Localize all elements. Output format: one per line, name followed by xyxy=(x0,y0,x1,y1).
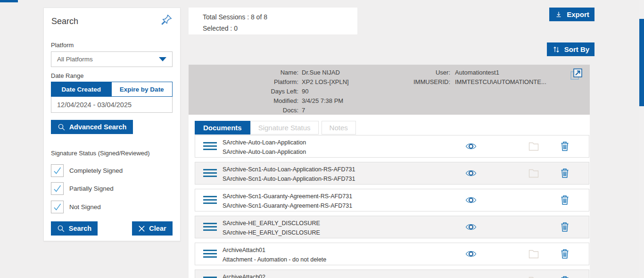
folder-icon[interactable] xyxy=(528,275,540,278)
platform-select[interactable]: All Platforms xyxy=(51,51,173,67)
tab-documents[interactable]: Documents xyxy=(195,121,250,135)
folder-icon[interactable] xyxy=(528,140,540,152)
view-document-icon[interactable] xyxy=(465,221,477,233)
checkmark-icon xyxy=(52,184,62,194)
document-title: SArchive-Auto-Loan-Application xyxy=(223,138,306,147)
drag-handle-icon[interactable] xyxy=(203,169,217,179)
session-immuserid: IMMTESTCU\AUTOMATIONTE... xyxy=(450,77,546,87)
document-row[interactable]: ArchiveAttach02 xyxy=(195,270,589,278)
document-title: ArchiveAttach01 xyxy=(223,245,326,255)
document-row[interactable]: SArchive-HE_EARLY_DISCLOSURE SArchive-HE… xyxy=(195,216,589,238)
document-subtitle: SArchive-Scn1-Guaranty-Agreement-RS-AFD7… xyxy=(223,201,352,211)
total-sessions-text: Total Sessions : 8 of 8 xyxy=(203,11,357,23)
document-title: SArchive-Scn1-Auto-Loan-Application-RS-A… xyxy=(223,165,355,174)
date-range-value: 12/04/2024 - 03/04/2025 xyxy=(57,101,132,109)
download-icon xyxy=(554,10,563,19)
field-label: Docs: xyxy=(189,106,298,115)
document-subtitle: SArchive-Auto-Loan-Application xyxy=(223,147,306,157)
partially-signed-checkbox[interactable] xyxy=(51,182,64,195)
tab-signature-status[interactable]: Signature Status xyxy=(250,121,319,135)
folder-icon[interactable] xyxy=(528,167,540,179)
view-document-icon[interactable] xyxy=(465,167,477,179)
search-button[interactable]: Search xyxy=(51,221,98,236)
session-card[interactable]: Name:Dr.Sue NIJAD Platform:XP2 LOS-[XPLN… xyxy=(189,65,590,115)
checkbox-label: Partially Signed xyxy=(69,185,114,192)
field-label: Modified: xyxy=(189,96,298,106)
platform-select-value: All Platforms xyxy=(57,56,93,63)
session-docs-count: 7 xyxy=(298,106,305,115)
open-session-icon[interactable] xyxy=(570,67,584,82)
not-signed-checkbox[interactable] xyxy=(51,201,64,213)
scrollbar-thumb[interactable] xyxy=(639,19,644,106)
drag-handle-icon[interactable] xyxy=(203,196,217,206)
session-fields-left: Name:Dr.Sue NIJAD Platform:XP2 LOS-[XPLN… xyxy=(189,68,349,115)
field-label: Name: xyxy=(189,68,298,77)
delete-document-icon[interactable] xyxy=(559,167,571,179)
corner-accent-bar xyxy=(0,0,18,2)
checkbox-label: Not Signed xyxy=(69,203,101,211)
document-row[interactable]: ArchiveAttach01 Attachment - Automation … xyxy=(195,243,589,265)
date-range-toggle: Date Created Expire by Date xyxy=(51,82,173,97)
document-list: SArchive-Auto-Loan-Application SArchive-… xyxy=(195,135,589,278)
document-title: SArchive-Scn1-Guaranty-Agreement-RS-AFD7… xyxy=(223,192,352,201)
session-summary: Total Sessions : 8 of 8 Selected : 0 xyxy=(189,8,357,34)
view-document-icon[interactable] xyxy=(465,275,477,278)
tab-notes[interactable]: Notes xyxy=(322,121,356,135)
folder-icon[interactable] xyxy=(528,248,540,260)
document-row[interactable]: SArchive-Auto-Loan-Application SArchive-… xyxy=(195,135,589,158)
vertical-scrollbar xyxy=(639,0,644,278)
field-label: Platform: xyxy=(189,77,298,87)
detail-tabbar: Documents Signature Status Notes xyxy=(195,121,356,135)
completely-signed-checkbox[interactable] xyxy=(51,164,64,177)
session-fields-right: User:Automationtest1 IMMUSERID:IMMTESTCU… xyxy=(377,68,546,87)
document-subtitle: Attachment - Automation - do not delete xyxy=(223,255,326,264)
search-icon xyxy=(57,225,65,233)
drag-handle-icon[interactable] xyxy=(203,223,217,233)
field-label: IMMUSERID: xyxy=(377,77,450,87)
chevron-down-icon xyxy=(159,57,166,61)
search-panel: Search Platform All Platforms Date Range… xyxy=(43,8,181,241)
session-user: Automationtest1 xyxy=(450,68,499,77)
drag-handle-icon[interactable] xyxy=(203,142,217,152)
document-title: SArchive-HE_EARLY_DISCLOSURE xyxy=(223,219,320,228)
session-platform: XP2 LOS-[XPLN] xyxy=(298,77,349,87)
view-document-icon[interactable] xyxy=(465,248,477,260)
delete-document-icon[interactable] xyxy=(559,275,571,278)
view-document-icon[interactable] xyxy=(465,140,477,152)
checkmark-icon xyxy=(52,202,62,212)
platform-label: Platform xyxy=(51,42,74,49)
delete-document-icon[interactable] xyxy=(559,194,571,206)
document-title: ArchiveAttach02 xyxy=(223,272,265,278)
signature-status-label: Signature Status (Signed/Reviewed) xyxy=(51,150,150,157)
date-created-tab[interactable]: Date Created xyxy=(51,82,112,97)
expire-by-date-tab[interactable]: Expire by Date xyxy=(112,82,173,97)
pin-icon[interactable] xyxy=(160,14,173,26)
advanced-search-button[interactable]: Advanced Search xyxy=(51,120,133,134)
drag-handle-icon[interactable] xyxy=(203,250,217,260)
date-range-input[interactable]: 12/04/2024 - 03/04/2025 xyxy=(51,97,173,113)
selected-count-text: Selected : 0 xyxy=(203,23,357,34)
delete-document-icon[interactable] xyxy=(559,221,571,233)
delete-document-icon[interactable] xyxy=(559,248,571,260)
checkbox-label: Completely Signed xyxy=(69,167,123,174)
session-name: Dr.Sue NIJAD xyxy=(298,68,340,77)
checkbox-row-not-signed: Not Signed xyxy=(51,201,101,213)
app-window: Search Platform All Platforms Date Range… xyxy=(0,0,644,278)
delete-document-icon[interactable] xyxy=(559,140,571,152)
checkbox-row-completely-signed: Completely Signed xyxy=(51,164,123,177)
date-range-label: Date Range xyxy=(51,72,83,79)
session-days-left: 90 xyxy=(298,87,308,96)
document-row[interactable]: SArchive-Scn1-Auto-Loan-Application-RS-A… xyxy=(195,162,589,185)
session-detail-panel: Documents Signature Status Notes SArchiv… xyxy=(189,115,590,278)
sort-by-button[interactable]: Sort By xyxy=(547,42,594,56)
export-button[interactable]: Export xyxy=(549,8,594,21)
view-document-icon[interactable] xyxy=(465,194,477,206)
document-subtitle: SArchive-Scn1-Auto-Loan-Application-RS-A… xyxy=(223,174,355,184)
search-panel-title: Search xyxy=(51,17,78,26)
document-subtitle: SArchive-HE_EARLY_DISCLOSURE xyxy=(223,228,320,237)
field-label: Days Left: xyxy=(189,87,298,96)
clear-button[interactable]: Clear xyxy=(132,221,173,236)
document-row[interactable]: SArchive-Scn1-Guaranty-Agreement-RS-AFD7… xyxy=(195,189,589,211)
close-icon xyxy=(138,225,145,232)
search-icon xyxy=(58,123,66,131)
